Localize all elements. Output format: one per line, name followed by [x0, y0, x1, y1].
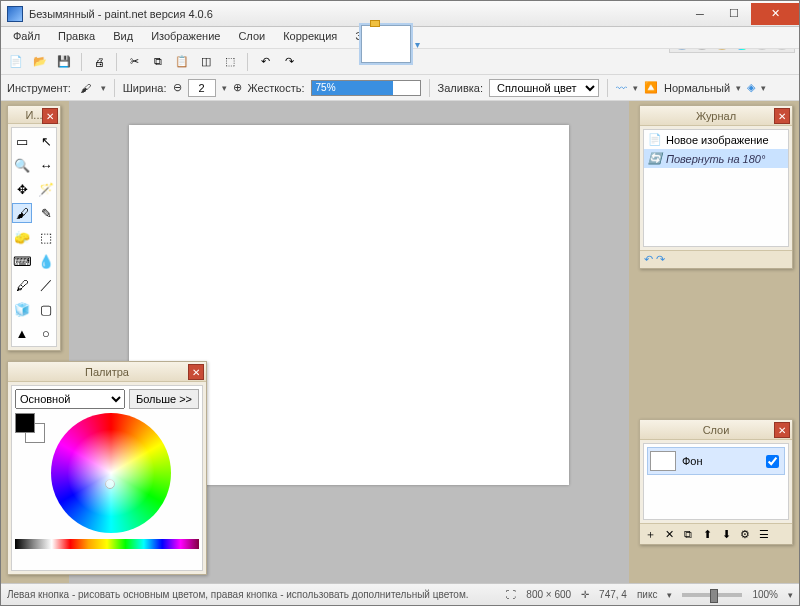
zoom-slider[interactable] — [682, 593, 742, 597]
palette-panel: Палитра ✕ Основной Больше >> — [7, 361, 207, 575]
deselect-icon[interactable]: ⬚ — [221, 53, 239, 71]
new-icon[interactable]: 📄 — [7, 53, 25, 71]
tool-freeform[interactable]: ▲ — [12, 323, 32, 343]
width-input[interactable] — [188, 79, 216, 97]
status-hint: Левая кнопка - рисовать основным цветом,… — [7, 589, 469, 600]
width-dropdown-icon[interactable]: ▾ — [222, 83, 227, 93]
tool-options-bar: Инструмент: 🖌 ▾ Ширина: ⊖ ▾ ⊕ Жесткость:… — [1, 75, 799, 101]
layers-panel-close-icon[interactable]: ✕ — [774, 422, 790, 438]
palette-more-button[interactable]: Больше >> — [129, 389, 199, 409]
print-icon[interactable]: 🖨 — [90, 53, 108, 71]
statusbar: Левая кнопка - рисовать основным цветом,… — [1, 583, 799, 605]
layer-properties-icon[interactable]: ☰ — [756, 526, 772, 542]
document-thumb[interactable] — [361, 25, 411, 63]
tool-pan[interactable]: ↔ — [36, 155, 56, 175]
palette-swatch-strip[interactable] — [15, 539, 199, 549]
color-wheel-cursor[interactable] — [105, 479, 115, 489]
layer-row[interactable]: Фон — [647, 447, 785, 475]
menu-edit[interactable]: Правка — [50, 27, 103, 48]
layers-panel-title[interactable]: Слои ✕ — [640, 420, 792, 440]
hardness-slider[interactable]: 75% — [311, 80, 421, 96]
layer-name: Фон — [682, 455, 756, 467]
zoom-dropdown-icon[interactable]: ▾ — [788, 590, 793, 600]
layer-thumbnail — [650, 451, 676, 471]
palette-panel-title[interactable]: Палитра ✕ — [8, 362, 206, 382]
palette-panel-close-icon[interactable]: ✕ — [188, 364, 204, 380]
layer-visibility-checkbox[interactable] — [766, 455, 779, 468]
tool-magic-wand[interactable]: 🪄 — [36, 179, 56, 199]
menu-adjust[interactable]: Коррекция — [275, 27, 345, 48]
palette-mode-select[interactable]: Основной — [15, 389, 125, 409]
tool-label: Инструмент: — [7, 82, 71, 94]
tool-move[interactable]: ↖ — [36, 131, 56, 151]
width-increment-icon[interactable]: ⊕ — [233, 81, 242, 94]
menu-image[interactable]: Изображение — [143, 27, 228, 48]
status-unit[interactable]: пикс — [637, 589, 658, 600]
layer-up-icon[interactable]: ⬇ — [718, 526, 734, 542]
primary-color-swatch[interactable] — [15, 413, 35, 433]
layer-duplicate-icon[interactable]: ⧉ — [680, 526, 696, 542]
tool-pencil[interactable]: ✎ — [36, 203, 56, 223]
history-panel-close-icon[interactable]: ✕ — [774, 108, 790, 124]
close-button[interactable]: ✕ — [751, 3, 799, 25]
antialias-icon[interactable]: 〰 — [616, 82, 627, 94]
blend-icon[interactable]: 🔼 — [644, 81, 658, 94]
hardness-value: 75% — [316, 82, 336, 93]
tools-panel-title[interactable]: И... ✕ — [8, 106, 60, 124]
open-icon[interactable]: 📂 — [31, 53, 49, 71]
cut-icon[interactable]: ✂ — [125, 53, 143, 71]
color-wheel[interactable] — [51, 413, 171, 533]
maximize-button[interactable]: ☐ — [717, 3, 751, 25]
history-rotate-icon: 🔄 — [648, 152, 662, 165]
layers-panel: Слои ✕ Фон ＋ ✕ ⧉ ⬆ ⬇ ⚙ ☰ — [639, 419, 793, 545]
tool-line[interactable]: ／ — [36, 275, 56, 295]
tool-paintbrush[interactable]: 🖌 — [12, 203, 32, 223]
fill-select[interactable]: Сплошной цвет — [489, 79, 599, 97]
history-panel: Журнал ✕ 📄 Новое изображение 🔄 Повернуть… — [639, 105, 793, 269]
menu-view[interactable]: Вид — [105, 27, 141, 48]
tool-zoom[interactable]: 🔍 — [12, 155, 32, 175]
active-tool-icon[interactable]: 🖌 — [77, 79, 95, 97]
undo-icon[interactable]: ↶ — [256, 53, 274, 71]
width-decrement-icon[interactable]: ⊖ — [173, 81, 182, 94]
tools-panel-close-icon[interactable]: ✕ — [42, 108, 58, 124]
history-item[interactable]: 📄 Новое изображение — [644, 130, 788, 149]
menu-layers[interactable]: Слои — [230, 27, 273, 48]
tool-clone[interactable]: 🖊 — [12, 275, 32, 295]
window-title: Безымянный - paint.net версия 4.0.6 — [29, 8, 213, 20]
tool-lasso[interactable]: ✥ — [12, 179, 32, 199]
history-undo-icon[interactable]: ↶ — [644, 253, 653, 265]
tool-rectangle[interactable]: ▢ — [36, 299, 56, 319]
color-swatches[interactable] — [15, 413, 45, 443]
tool-eraser[interactable]: 🧽 — [12, 227, 32, 247]
more-options-icon[interactable]: ◈ — [747, 81, 755, 94]
tool-fill[interactable]: ⬚ — [36, 227, 56, 247]
paste-icon[interactable]: 📋 — [173, 53, 191, 71]
tool-dropdown-icon[interactable]: ▾ — [101, 83, 106, 93]
crop-icon[interactable]: ◫ — [197, 53, 215, 71]
copy-icon[interactable]: ⧉ — [149, 53, 167, 71]
status-zoom: 100% — [752, 589, 778, 600]
cursor-pos-icon: ✛ — [581, 589, 589, 600]
thumb-dropdown-icon[interactable]: ▾ — [415, 39, 420, 50]
layer-merge-icon[interactable]: ⬆ — [699, 526, 715, 542]
layer-down-icon[interactable]: ⚙ — [737, 526, 753, 542]
tool-ellipse[interactable]: ○ — [36, 323, 56, 343]
layer-delete-icon[interactable]: ✕ — [661, 526, 677, 542]
image-size-icon: ⛶ — [506, 589, 516, 600]
history-panel-title[interactable]: Журнал ✕ — [640, 106, 792, 126]
blend-mode: Нормальный — [664, 82, 730, 94]
tool-gradient[interactable]: 🧊 — [12, 299, 32, 319]
minimize-button[interactable]: ─ — [683, 3, 717, 25]
tool-text[interactable]: ⌨ — [12, 251, 32, 271]
tool-rect-select[interactable]: ▭ — [12, 131, 32, 151]
layer-add-icon[interactable]: ＋ — [642, 526, 658, 542]
history-redo-icon[interactable]: ↷ — [656, 253, 665, 265]
history-item[interactable]: 🔄 Повернуть на 180° — [644, 149, 788, 168]
tool-color-picker[interactable]: 💧 — [36, 251, 56, 271]
redo-icon[interactable]: ↷ — [280, 53, 298, 71]
save-icon[interactable]: 💾 — [55, 53, 73, 71]
width-label: Ширина: — [123, 82, 167, 94]
menu-file[interactable]: Файл — [5, 27, 48, 48]
titlebar: Безымянный - paint.net версия 4.0.6 ─ ☐ … — [1, 1, 799, 27]
